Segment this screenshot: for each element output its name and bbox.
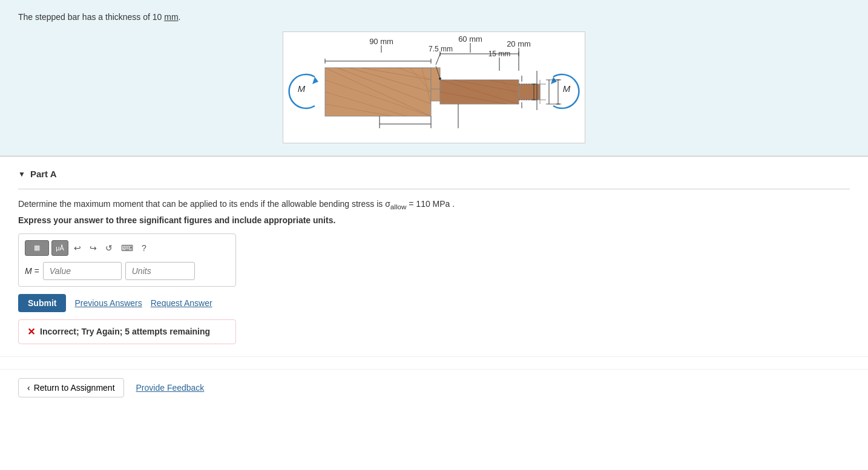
undo-button[interactable]: ↩ — [71, 240, 84, 256]
matrix-button[interactable]: ▦ — [25, 240, 49, 256]
svg-text:20 mm: 20 mm — [507, 39, 531, 48]
diagram-svg: 90 mm 60 mm 7.5 mm 20 mm 15 mm M — [286, 34, 582, 140]
toolbar: ▦ μÅ ↩ ↪ ↺ ⌨ ? — [25, 240, 229, 256]
svg-marker-10 — [312, 77, 318, 84]
label-90mm: 90 mm — [369, 37, 393, 46]
return-to-assignment-button[interactable]: ‹ Return to Assignment — [18, 378, 124, 397]
diagram-container: 90 mm 60 mm 7.5 mm 20 mm 15 mm M — [283, 31, 585, 143]
buttons-row: Submit Previous Answers Request Answer — [18, 294, 850, 312]
svg-text:60 mm: 60 mm — [458, 34, 482, 44]
error-box: ✕ Incorrect; Try Again; 5 attempts remai… — [18, 319, 236, 344]
error-message: Incorrect; Try Again; 5 attempts remaini… — [40, 327, 210, 336]
m-label: M = — [25, 266, 39, 276]
svg-text:7.5 mm: 7.5 mm — [429, 45, 453, 53]
units-input[interactable] — [125, 262, 195, 280]
svg-text:M: M — [298, 83, 306, 94]
error-icon: ✕ — [27, 326, 35, 338]
answer-box: ▦ μÅ ↩ ↪ ↺ ⌨ ? M = — [18, 233, 236, 287]
previous-answers-button[interactable]: Previous Answers — [74, 298, 142, 308]
help-button[interactable]: ? — [139, 240, 150, 256]
question-text: Determine the maximum moment that can be… — [18, 199, 850, 211]
part-a-header: ▼ Part A — [18, 169, 850, 179]
svg-rect-25 — [431, 89, 440, 101]
refresh-button[interactable]: ↺ — [102, 240, 116, 256]
svg-point-58 — [439, 77, 441, 80]
problem-image-area: The stepped bar has a thickness of 10 mm… — [0, 0, 868, 156]
input-row: M = — [25, 262, 229, 280]
chevron-left-icon: ‹ — [27, 383, 30, 393]
part-a-title: Part A — [30, 169, 57, 179]
mu-button[interactable]: μÅ — [51, 240, 68, 256]
svg-text:M: M — [563, 83, 571, 94]
svg-marker-50 — [551, 77, 557, 84]
answer-instruction: Express your answer to three significant… — [18, 215, 850, 225]
part-a-section: ▼ Part A Determine the maximum moment th… — [0, 157, 868, 357]
collapse-arrow-icon[interactable]: ▼ — [18, 170, 25, 178]
submit-button[interactable]: Submit — [18, 294, 66, 312]
redo-button[interactable]: ↪ — [87, 240, 100, 256]
part-a-divider — [18, 189, 850, 189]
request-answer-button[interactable]: Request Answer — [151, 298, 212, 308]
svg-rect-26 — [431, 68, 440, 89]
bottom-bar: ‹ Return to Assignment Provide Feedback — [0, 369, 868, 406]
provide-feedback-button[interactable]: Provide Feedback — [136, 383, 205, 393]
problem-description: The stepped bar has a thickness of 10 mm… — [18, 12, 850, 22]
value-input[interactable] — [43, 262, 122, 280]
keyboard-button[interactable]: ⌨ — [118, 240, 136, 256]
